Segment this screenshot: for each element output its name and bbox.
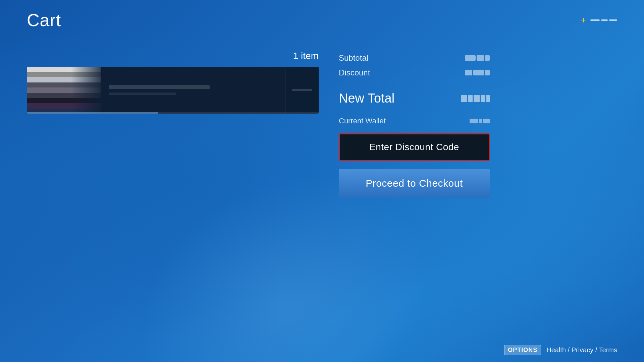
nt-block-5 <box>486 95 490 102</box>
footer: OPTIONS Health / Privacy / Terms <box>504 345 617 355</box>
discount-row: Discount <box>339 65 490 80</box>
user-menu-icon[interactable] <box>590 19 617 21</box>
header: Cart + <box>0 0 644 37</box>
nt-block-1 <box>461 95 467 102</box>
wallet-row: Current Wallet <box>339 114 490 133</box>
wallet-block-3 <box>483 119 490 123</box>
item-name-bar <box>109 85 210 89</box>
discount-block-1 <box>465 70 472 75</box>
right-panel: Subtotal Discount <box>339 51 490 198</box>
discount-blurred <box>465 70 490 75</box>
subtotal-label: Subtotal <box>339 53 368 63</box>
wallet-block-1 <box>470 119 478 123</box>
nt-block-4 <box>481 95 485 102</box>
main-layout: 1 item <box>0 37 644 198</box>
item-count: 1 item <box>27 51 319 61</box>
subtotal-row: Subtotal <box>339 51 490 65</box>
item-progress <box>27 112 319 114</box>
page-title: Cart <box>27 10 61 30</box>
new-total-label: New Total <box>339 91 394 106</box>
menu-bar-3 <box>609 19 617 21</box>
item-thumbnail <box>27 67 101 114</box>
discount-label: Discount <box>339 68 370 77</box>
wallet-value <box>470 119 490 123</box>
wallet-label: Current Wallet <box>339 117 386 125</box>
item-price-placeholder <box>292 89 312 91</box>
subtotal-value <box>465 55 490 61</box>
item-sub-bar <box>109 93 176 95</box>
cart-item[interactable] <box>27 67 319 114</box>
new-total-row: New Total <box>339 86 490 111</box>
header-icons: + <box>581 15 617 25</box>
options-badge[interactable]: OPTIONS <box>504 345 541 355</box>
item-details <box>101 67 285 114</box>
subtotal-block-2 <box>477 55 484 61</box>
proceed-to-checkout-button[interactable]: Proceed to Checkout <box>339 169 490 198</box>
menu-bar-2 <box>601 19 608 21</box>
discount-value <box>465 70 490 75</box>
wallet-block-2 <box>479 119 482 123</box>
new-total-value <box>461 95 490 102</box>
menu-bar-1 <box>590 19 600 21</box>
item-progress-fill <box>27 112 158 114</box>
subtotal-blurred <box>465 55 490 61</box>
nt-block-3 <box>474 95 480 102</box>
subtotal-block-1 <box>465 55 476 61</box>
enter-discount-code-button[interactable]: Enter Discount Code <box>339 133 490 161</box>
ps-plus-icon: + <box>581 15 586 25</box>
subtotal-section: Subtotal Discount <box>339 51 490 83</box>
thumb-overlay <box>27 67 101 114</box>
discount-block-2 <box>473 70 484 75</box>
discount-block-3 <box>485 70 490 75</box>
cart-area: 1 item <box>27 51 319 198</box>
subtotal-block-3 <box>485 55 490 61</box>
item-right-section <box>285 67 319 114</box>
nt-block-2 <box>468 95 473 102</box>
footer-links[interactable]: Health / Privacy / Terms <box>546 346 617 354</box>
